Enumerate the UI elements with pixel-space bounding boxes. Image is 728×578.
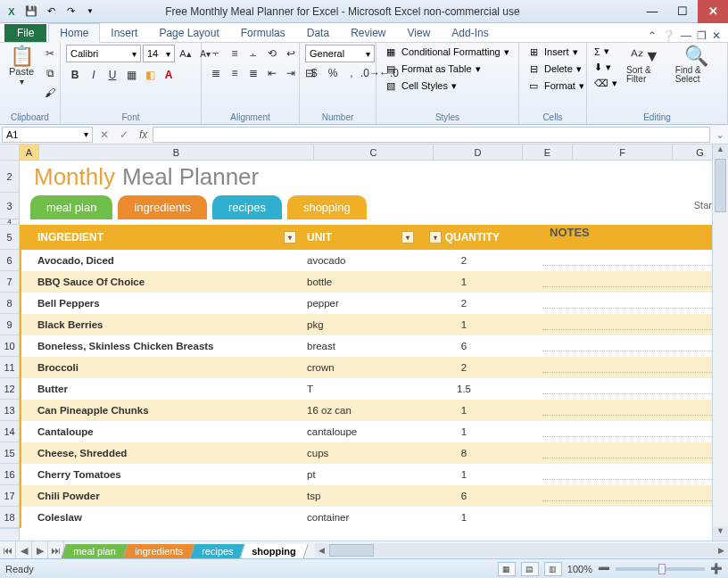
- header-quantity[interactable]: ▾QUANTITY: [419, 231, 509, 244]
- cell-unit[interactable]: avocado: [302, 255, 419, 266]
- close-button[interactable]: ✕: [698, 0, 728, 23]
- help-icon[interactable]: ❔: [662, 29, 675, 42]
- cell-unit[interactable]: cups: [302, 448, 419, 458]
- horizontal-scrollbar[interactable]: ◀ ▶: [315, 543, 729, 557]
- tab-insert[interactable]: Insert: [100, 24, 148, 42]
- note-line[interactable]: [542, 244, 712, 266]
- bold-button[interactable]: B: [66, 66, 84, 84]
- cell-unit[interactable]: container: [302, 512, 419, 523]
- note-line[interactable]: [542, 330, 712, 351]
- table-row[interactable]: Coleslawcontainer1: [20, 507, 728, 528]
- fx-icon[interactable]: fx: [134, 128, 153, 141]
- cell-ingredient[interactable]: Avocado, Diced: [21, 255, 302, 266]
- cell-unit[interactable]: crown: [302, 362, 419, 373]
- tab-addins[interactable]: Add-Ins: [441, 24, 499, 42]
- sheet-tab-meal-plan[interactable]: meal plan: [61, 544, 128, 559]
- header-ingredient[interactable]: INGREDIENT▾: [21, 231, 302, 244]
- cell-quantity[interactable]: 1.5: [419, 384, 509, 394]
- filter-icon[interactable]: ▾: [401, 231, 414, 244]
- cell-quantity[interactable]: 1: [419, 319, 509, 330]
- decrease-indent-icon[interactable]: ⇤: [263, 64, 281, 82]
- cell-unit[interactable]: cantaloupe: [302, 426, 419, 437]
- doc-close-icon[interactable]: ✕: [712, 29, 721, 42]
- align-bottom-icon[interactable]: ⫠: [244, 45, 262, 62]
- tab-view[interactable]: View: [397, 24, 442, 42]
- scroll-thumb[interactable]: [715, 159, 726, 212]
- note-line[interactable]: [542, 287, 712, 309]
- cell-quantity[interactable]: 2: [419, 362, 509, 373]
- scroll-down-icon[interactable]: ▼: [713, 526, 728, 541]
- currency-icon[interactable]: $: [305, 64, 323, 82]
- select-all-cell[interactable]: [0, 144, 19, 161]
- cell-ingredient[interactable]: Can Pineapple Chunks: [21, 405, 302, 416]
- format-painter-icon[interactable]: 🖌: [41, 84, 59, 102]
- normal-view-icon[interactable]: ▦: [498, 562, 516, 576]
- cell-quantity[interactable]: 1: [419, 277, 509, 287]
- column-header[interactable]: A: [20, 144, 39, 160]
- find-select-button[interactable]: 🔍Find & Select: [672, 45, 722, 86]
- cell-ingredient[interactable]: Cherry Tomatoes: [21, 469, 302, 480]
- cell-ingredient[interactable]: BBQ Sauce Of Choice: [21, 277, 302, 287]
- underline-button[interactable]: U: [103, 66, 121, 84]
- cell-ingredient[interactable]: Bell Peppers: [21, 298, 302, 309]
- cell-unit[interactable]: breast: [302, 341, 419, 351]
- undo-icon[interactable]: ↶: [43, 4, 59, 20]
- row-header[interactable]: 17: [0, 485, 19, 507]
- number-format-select[interactable]: General▾: [305, 45, 375, 62]
- percent-icon[interactable]: %: [324, 64, 342, 82]
- row-header[interactable]: 8: [0, 293, 19, 314]
- tab-page-layout[interactable]: Page Layout: [148, 24, 229, 42]
- cell-unit[interactable]: pkg: [302, 319, 419, 330]
- cell-ingredient[interactable]: Chili Powder: [21, 491, 302, 501]
- note-line[interactable]: [542, 373, 712, 394]
- planner-tab-recipes[interactable]: recipes: [212, 195, 282, 219]
- cancel-formula-icon[interactable]: ✕: [95, 128, 114, 141]
- cell-quantity[interactable]: 2: [419, 298, 509, 309]
- note-line[interactable]: [542, 480, 712, 501]
- file-tab[interactable]: File: [4, 24, 46, 42]
- cell-unit[interactable]: bottle: [302, 277, 419, 287]
- row-header[interactable]: 9: [0, 314, 19, 335]
- cut-icon[interactable]: ✂: [41, 45, 59, 62]
- note-line[interactable]: [542, 458, 712, 480]
- paste-button[interactable]: 📋 Paste ▾: [5, 45, 37, 88]
- clear-button[interactable]: ⌫ ▾: [592, 77, 619, 90]
- font-size-select[interactable]: 14▾: [143, 45, 175, 62]
- align-center-icon[interactable]: ≡: [226, 64, 244, 82]
- cell-ingredient[interactable]: Boneless, Skinless Chicken Breasts: [21, 341, 302, 351]
- cell-ingredient[interactable]: Black Berries: [21, 319, 302, 330]
- header-unit[interactable]: UNIT▾: [302, 231, 419, 244]
- cell-unit[interactable]: T: [302, 384, 419, 394]
- note-line[interactable]: [542, 416, 712, 437]
- planner-tab-ingredients[interactable]: ingredients: [118, 195, 207, 219]
- sort-filter-button[interactable]: ᴬᶻ▼Sort & Filter: [623, 45, 668, 86]
- tab-review[interactable]: Review: [340, 24, 396, 42]
- name-box[interactable]: A1▾: [2, 127, 93, 143]
- column-header[interactable]: E: [523, 144, 573, 160]
- minimize-button[interactable]: —: [637, 0, 667, 23]
- sheet-tab-ingredients[interactable]: ingredients: [122, 544, 194, 559]
- column-header[interactable]: F: [573, 144, 673, 160]
- expand-formula-bar-icon[interactable]: ⌄: [712, 128, 728, 141]
- font-color-button[interactable]: A: [160, 66, 178, 84]
- filter-icon[interactable]: ▾: [429, 231, 442, 244]
- row-header[interactable]: 14: [0, 421, 19, 442]
- cell-quantity[interactable]: 6: [419, 341, 509, 351]
- row-header[interactable]: 6: [0, 250, 19, 271]
- format-as-table-button[interactable]: ▤Format as Table ▾: [382, 62, 511, 76]
- hscroll-thumb[interactable]: [329, 544, 374, 557]
- cell-ingredient[interactable]: Cheese, Shredded: [21, 448, 302, 458]
- tab-formulas[interactable]: Formulas: [230, 24, 296, 42]
- align-left-icon[interactable]: ≣: [207, 64, 225, 82]
- ribbon-minimize-icon[interactable]: ⌃: [648, 29, 657, 42]
- cell-quantity[interactable]: 6: [419, 491, 509, 501]
- doc-minimize-icon[interactable]: —: [681, 29, 691, 42]
- cell-quantity[interactable]: 1: [419, 405, 509, 416]
- column-header[interactable]: D: [434, 144, 523, 160]
- row-header[interactable]: 5: [0, 225, 19, 250]
- autosum-button[interactable]: Σ ▾: [592, 45, 619, 58]
- redo-icon[interactable]: ↷: [62, 4, 79, 20]
- scroll-right-icon[interactable]: ▶: [714, 543, 728, 557]
- row-header[interactable]: 10: [0, 335, 19, 357]
- enter-formula-icon[interactable]: ✓: [114, 128, 134, 141]
